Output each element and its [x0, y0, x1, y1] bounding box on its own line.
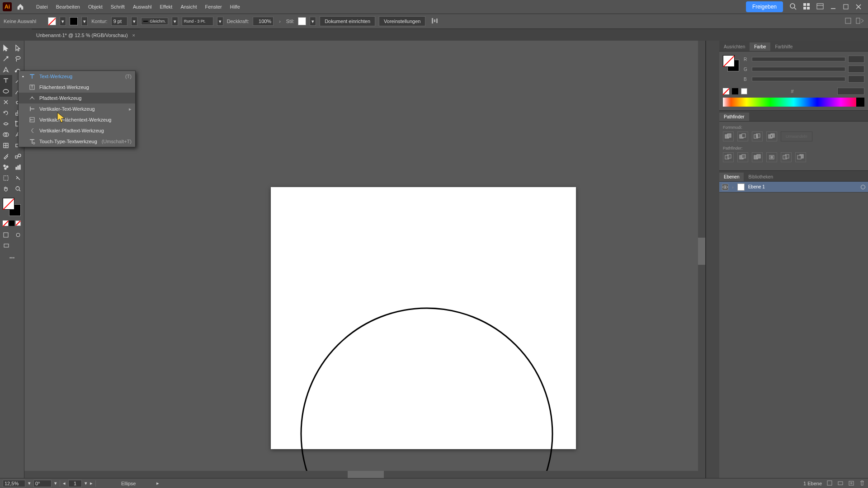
draw-mode-normal[interactable] — [0, 230, 12, 240]
pf-divide[interactable] — [723, 152, 734, 162]
color-preview[interactable] — [723, 55, 739, 71]
hex-input[interactable] — [837, 88, 864, 95]
type-tool[interactable] — [0, 75, 12, 86]
pf-unite[interactable] — [723, 131, 734, 141]
horizontal-scrollbar[interactable] — [24, 471, 698, 478]
share-button[interactable]: Freigeben — [746, 1, 783, 12]
artboard-next-icon[interactable]: ▸ — [90, 480, 93, 486]
tab-layers[interactable]: Ebenen — [719, 173, 744, 181]
tab-pathfinder[interactable]: Pathfinder — [719, 113, 749, 121]
tab-color[interactable]: Farbe — [750, 42, 770, 51]
white-color-icon[interactable] — [741, 88, 747, 94]
flyout-vertical-path-type-tool[interactable]: Vertikaler-Pfadtext-Werkzeug — [19, 125, 135, 136]
mesh-tool[interactable] — [0, 140, 12, 151]
flyout-vertical-type-tool[interactable]: Vertikaler-Text-Werkzeug ▸ — [19, 103, 135, 114]
stroke-swatch[interactable] — [70, 17, 78, 25]
zoom-input[interactable] — [3, 480, 25, 487]
rotation-input[interactable] — [33, 480, 52, 487]
magic-wand-tool[interactable] — [0, 53, 12, 64]
flyout-vertical-area-type-tool[interactable]: Vertikaler-Flächentext-Werkzeug — [19, 114, 135, 125]
black-swatch-icon[interactable] — [9, 221, 14, 226]
lasso-tool[interactable] — [12, 53, 24, 64]
artboard-tool[interactable] — [0, 173, 12, 183]
pf-exclude[interactable] — [766, 131, 777, 141]
close-tab-icon[interactable]: × — [132, 33, 135, 38]
style-swatch[interactable] — [298, 17, 306, 25]
pf-trim[interactable] — [737, 152, 748, 162]
align-icon[interactable] — [431, 17, 439, 26]
ellipse-tool[interactable] — [0, 86, 12, 97]
profile-dropdown[interactable]: ▾ — [172, 17, 178, 26]
panel-toggle-icon[interactable] — [844, 17, 852, 25]
workspace-icon[interactable] — [816, 3, 824, 11]
stroke-weight-dropdown[interactable]: ▾ — [131, 17, 137, 26]
vertical-scrollbar[interactable] — [698, 41, 705, 478]
layer-visibility-toggle[interactable] — [722, 184, 728, 190]
new-layer-icon[interactable] — [848, 480, 854, 487]
menu-effekt[interactable]: Effekt — [156, 2, 176, 11]
brush-dropdown[interactable]: ▾ — [217, 17, 223, 26]
pf-outline[interactable] — [781, 152, 792, 162]
graph-tool[interactable] — [12, 162, 24, 173]
essentials-icon[interactable] — [855, 17, 864, 25]
stroke-weight-input[interactable] — [111, 17, 127, 26]
artboard-prev-icon[interactable]: ◂ — [63, 480, 66, 486]
document-tab[interactable]: Unbenannt-1* @ 12.5 % (RGB/Vorschau) × — [32, 29, 140, 41]
fill-dropdown[interactable]: ▾ — [60, 17, 66, 26]
blend-tool[interactable] — [12, 151, 24, 162]
tab-color-guide[interactable]: Farbhilfe — [770, 42, 797, 51]
panel-strip[interactable] — [706, 41, 719, 478]
menu-auswahl[interactable]: Auswahl — [129, 2, 156, 11]
g-value[interactable] — [848, 66, 864, 73]
flyout-area-type-tool[interactable]: Flächentext-Werkzeug — [19, 82, 135, 93]
zoom-dropdown-icon[interactable]: ▾ — [28, 480, 31, 486]
r-value[interactable] — [848, 56, 864, 63]
menu-objekt[interactable]: Objekt — [85, 2, 106, 11]
direct-selection-tool[interactable] — [12, 42, 24, 53]
flyout-touch-type-tool[interactable]: Touch-Type-Textwerkzeug (Umschalt+T) — [19, 136, 135, 147]
flyout-text-tool[interactable]: • Text-Werkzeug (T) — [19, 71, 135, 82]
menu-fenster[interactable]: Fenster — [201, 2, 225, 11]
search-icon[interactable] — [789, 3, 797, 11]
pf-intersect[interactable] — [752, 131, 763, 141]
shape-builder-tool[interactable] — [0, 129, 12, 140]
tab-libraries[interactable]: Bibliotheken — [744, 173, 777, 181]
artboard-dropdown-icon[interactable]: ▾ — [85, 480, 87, 486]
none-swatch-icon[interactable] — [3, 221, 8, 226]
fill-swatch[interactable] — [48, 17, 56, 25]
prefs-button[interactable]: Voreinstellungen — [379, 16, 425, 26]
pf-crop[interactable] — [766, 152, 777, 162]
r-slider[interactable] — [752, 57, 845, 61]
menu-hilfe[interactable]: Hilfe — [226, 2, 244, 11]
style-dropdown[interactable]: ▾ — [310, 17, 316, 26]
layer-row[interactable]: › Ebene 1 — [719, 182, 868, 192]
hand-tool[interactable] — [0, 183, 12, 194]
black-color-icon[interactable] — [732, 88, 738, 94]
menu-bearbeiten[interactable]: Bearbeiten — [52, 2, 84, 11]
layer-name[interactable]: Ebene 1 — [748, 184, 765, 189]
width-tool[interactable] — [0, 118, 12, 129]
close-button[interactable] — [855, 4, 862, 10]
rotation-dropdown-icon[interactable]: ▾ — [54, 480, 57, 486]
minimize-button[interactable] — [830, 4, 836, 10]
opacity-input[interactable] — [253, 17, 274, 26]
status-nav-icon[interactable]: ▸ — [156, 480, 159, 486]
rotate-tool[interactable] — [0, 108, 12, 118]
b-value[interactable] — [848, 75, 864, 83]
maximize-button[interactable] — [843, 4, 849, 10]
stroke-profile[interactable]: Gleichm. — [141, 18, 168, 25]
pen-tool[interactable] — [0, 64, 12, 75]
delete-layer-icon[interactable] — [859, 480, 865, 487]
menu-datei[interactable]: Datei — [33, 2, 52, 11]
layer-panel-icon-1[interactable] — [826, 480, 833, 487]
symbol-tool[interactable] — [0, 162, 12, 173]
slice-tool[interactable] — [12, 173, 24, 183]
doc-setup-button[interactable]: Dokument einrichten — [320, 16, 375, 26]
color-spectrum[interactable] — [723, 98, 864, 107]
menu-schrift[interactable]: Schrift — [107, 2, 128, 11]
pf-minus-back[interactable] — [795, 152, 806, 162]
draw-mode-behind[interactable] — [12, 230, 24, 240]
home-icon[interactable] — [16, 3, 24, 11]
layer-target[interactable] — [861, 185, 865, 189]
shaper-tool[interactable] — [0, 97, 12, 108]
